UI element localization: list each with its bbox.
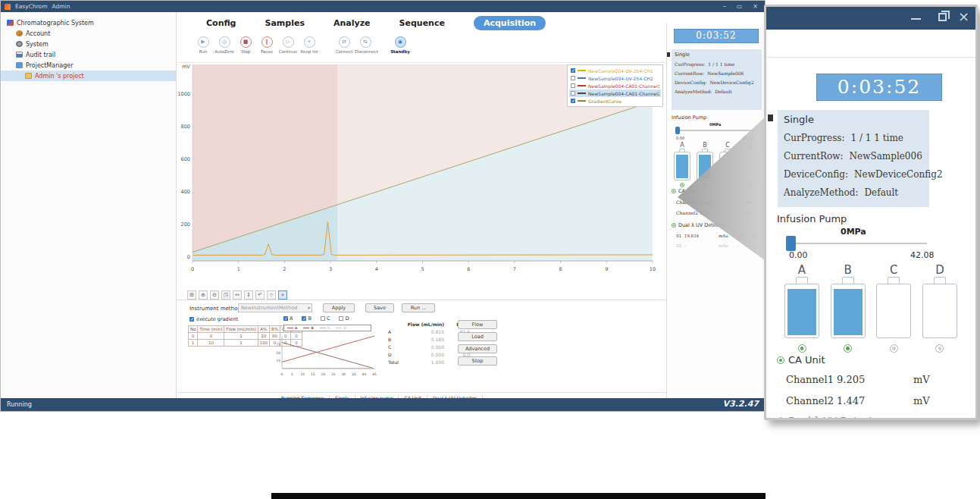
run-method-button[interactable]: Run ... <box>402 303 435 312</box>
continue-button[interactable]: ▷ Continue <box>277 36 299 54</box>
screenshot-root: EasyChrom Admin – ▭ × Chromatographic Sy… <box>0 0 980 499</box>
run-button[interactable]: ▶ Run <box>193 36 214 54</box>
svg-text:0: 0 <box>187 254 190 260</box>
pressure-max-large: 42.08 <box>910 250 935 260</box>
ca-unit-header-large: CA Unit <box>777 354 825 366</box>
pause-button[interactable]: ‖ Pause <box>256 36 277 54</box>
connect-button[interactable]: ⇄ Connect <box>333 36 355 54</box>
status-dot <box>777 417 784 421</box>
menu-config[interactable]: Config <box>206 18 236 28</box>
save-button[interactable]: Save <box>365 303 394 312</box>
legend-swatch <box>578 100 586 102</box>
minimize-button[interactable]: – <box>720 4 729 10</box>
sidebar-item-account[interactable]: Account <box>1 28 176 39</box>
pan-icon[interactable]: ⊹ <box>267 290 276 300</box>
legend-checkbox[interactable] <box>571 68 575 73</box>
zoom-y-icon[interactable]: ↕ <box>244 290 253 300</box>
preview-channel-checks: A B C D <box>283 315 349 322</box>
box-zoom-icon[interactable]: ◳ <box>221 290 230 300</box>
legend-checkbox[interactable] <box>571 76 575 80</box>
check-b[interactable]: B <box>302 315 311 322</box>
preview-legend-strip: A B C D <box>283 325 371 331</box>
account-icon <box>16 30 23 36</box>
sidebar-item-admin-project[interactable]: Admin 's project <box>1 71 176 81</box>
legend-swatch <box>578 70 586 71</box>
standby-button[interactable]: ◉ Standby <box>390 36 411 54</box>
section-marker <box>768 115 773 121</box>
zoom-out-icon[interactable]: ⊖ <box>210 290 219 300</box>
execute-gradient-checkbox[interactable]: execute gradient <box>189 316 238 322</box>
svg-text:35: 35 <box>352 372 356 376</box>
svg-text:30: 30 <box>341 372 346 376</box>
keep-int-button[interactable]: + Keep Int <box>299 36 320 54</box>
legend-checkbox[interactable] <box>571 99 575 103</box>
bottle-c-status-large <box>890 344 898 353</box>
app-titlebar: EasyChrom Admin – ▭ × <box>1 1 765 12</box>
app-window: EasyChrom Admin – ▭ × Chromatographic Sy… <box>0 0 766 412</box>
menu-acquisition[interactable]: Acquisition <box>474 16 546 30</box>
advanced-button[interactable]: Advanced <box>458 344 497 353</box>
method-panel: Instrument method: NewInstrumentMethod A… <box>177 300 666 392</box>
bottle-b-large <box>829 277 867 338</box>
fit-icon[interactable]: ⊞ <box>187 290 196 300</box>
apply-button[interactable]: Apply <box>323 303 355 312</box>
autozero-button[interactable]: ◎ AutoZero <box>214 36 235 54</box>
menu-sequence[interactable]: Sequence <box>399 18 445 28</box>
check-c[interactable]: C <box>321 315 330 322</box>
menu-samples[interactable]: Samples <box>265 18 305 28</box>
close-button[interactable]: × <box>750 4 761 10</box>
svg-text:800: 800 <box>181 124 190 130</box>
stop-button[interactable]: ■ Stop <box>235 36 256 54</box>
svg-text:75: 75 <box>276 343 280 347</box>
bottle-d-large <box>921 277 959 338</box>
sidebar-item-project-manager[interactable]: ProjectManager <box>1 60 176 71</box>
svg-text:7: 7 <box>513 266 516 272</box>
sidebar-item-system[interactable]: System <box>1 39 176 49</box>
svg-text:10: 10 <box>650 266 656 272</box>
checkbox-icon[interactable] <box>189 317 194 322</box>
maximize-button[interactable]: ▭ <box>734 4 746 10</box>
infusion-pump-header-large: Infusion Pump <box>777 213 847 224</box>
svg-text:1: 1 <box>237 266 240 272</box>
standby-icon: ◉ <box>395 36 406 48</box>
version-text: V3.2.47 <box>723 399 759 409</box>
run-timer-large: 0:03:52 <box>816 74 942 101</box>
legend-row[interactable]: GradientCurve <box>569 97 661 105</box>
legend-checkbox[interactable] <box>571 91 575 96</box>
svg-text:20: 20 <box>321 372 325 376</box>
flow-button[interactable]: Flow <box>458 320 497 329</box>
crosshair-icon[interactable]: ⌖ <box>278 290 287 300</box>
svg-text:9: 9 <box>605 266 608 272</box>
zoom-x-icon[interactable]: ↔ <box>233 290 242 300</box>
logged-in-user: Admin <box>52 3 70 10</box>
disconnect-button[interactable]: ⇆ Disconnect <box>355 36 376 54</box>
load-button[interactable]: Load <box>458 332 497 341</box>
check-d[interactable]: D <box>339 315 349 322</box>
magnifier-callout <box>676 112 766 264</box>
menu-analyze[interactable]: Analyze <box>333 18 371 28</box>
close-icon: × <box>958 8 969 24</box>
uv-detector-header-large: Dual λ UV Detector <box>777 415 883 420</box>
legend-row[interactable]: NewSample004-UV-254-CH1 <box>569 67 661 74</box>
legend-swatch <box>578 77 586 79</box>
check-a[interactable]: A <box>283 315 293 322</box>
run-icon: ▶ <box>198 36 209 48</box>
svg-text:5: 5 <box>291 372 293 376</box>
stop-flow-button[interactable]: Stop <box>458 356 497 366</box>
instrument-method-combo[interactable]: NewInstrumentMethod <box>238 303 312 312</box>
legend-row[interactable]: NewSample004-CA01-Channel1 <box>569 82 661 89</box>
svg-text:45: 45 <box>372 372 377 376</box>
sidebar-item-chromatographic-system[interactable]: Chromatographic System <box>1 17 176 28</box>
status-text: Running <box>7 401 32 408</box>
sidebar-item-audit-trail[interactable]: Audit trail <box>1 49 176 60</box>
audit-trail-icon <box>16 52 23 58</box>
app-icon <box>5 4 11 10</box>
legend-row[interactable]: NewSample004-UV-254-CH2 <box>569 74 661 82</box>
bottle-c-large <box>875 277 913 338</box>
legend-checkbox[interactable] <box>571 83 575 88</box>
solvent-bottles-large: A B C <box>783 263 959 353</box>
undo-zoom-icon[interactable]: ↶ <box>255 290 265 300</box>
legend-swatch <box>578 85 586 86</box>
legend-row[interactable]: NewSample004-CA01-Channel2 <box>569 89 661 97</box>
zoom-in-icon[interactable]: ⊕ <box>199 290 208 300</box>
